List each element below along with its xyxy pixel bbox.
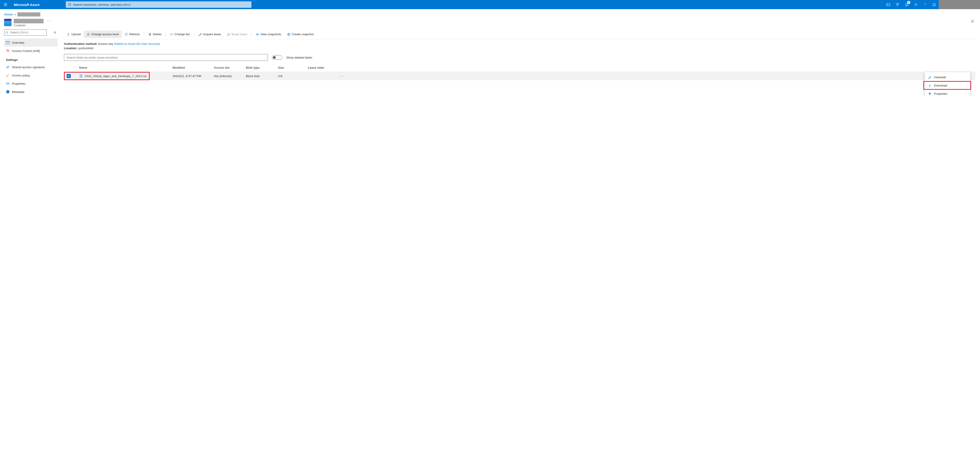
cell-blob-type: Block blob: [246, 74, 278, 78]
change-tier-button[interactable]: Change tier: [167, 31, 192, 38]
sidebar-item-sas[interactable]: Shared access signature: [4, 63, 57, 71]
svg-point-11: [6, 32, 8, 33]
container-icon: [4, 19, 11, 26]
help-icon: [923, 3, 927, 6]
sidebar-item-label: Shared access signature: [12, 65, 45, 69]
brand-label[interactable]: Microsoft Azure: [11, 3, 42, 6]
resource-header: Container ···: [0, 18, 980, 29]
top-bar: Microsoft Azure 4: [0, 0, 980, 9]
col-access-tier[interactable]: Access tier: [214, 66, 246, 69]
breadcrumb-current[interactable]: [18, 13, 40, 16]
svg-rect-25: [288, 33, 290, 35]
notification-badge: 4: [907, 1, 910, 4]
lease-icon: [199, 33, 202, 36]
gear-icon: [914, 3, 918, 6]
location-value: yuchunblob: [78, 46, 94, 50]
svg-point-8: [933, 3, 935, 6]
svg-rect-23: [88, 34, 89, 35]
global-search-wrap: [61, 2, 253, 8]
toolbar-separator: [165, 32, 166, 36]
sidebar-item-access-control[interactable]: Access Control (IAM): [4, 47, 57, 55]
hamburger-icon: [4, 3, 7, 6]
sidebar-item-label: Properties: [12, 82, 25, 86]
sidebar-item-access-policy[interactable]: Access policy: [4, 71, 57, 79]
svg-point-32: [929, 94, 930, 95]
context-menu-item-download[interactable]: Download: [925, 81, 970, 89]
global-search-input[interactable]: [66, 2, 251, 8]
context-menu-item-view-edit[interactable]: View/edit: [925, 73, 970, 81]
file-icon: [79, 74, 83, 78]
sidebar-item-label: Access policy: [12, 74, 30, 77]
collapse-sidebar-button[interactable]: [52, 30, 57, 35]
sidebar-item-overview[interactable]: Overview: [4, 38, 57, 47]
toolbar-separator: [144, 32, 144, 36]
chevron-right-icon: >: [14, 13, 16, 16]
col-size[interactable]: Size: [278, 66, 308, 69]
main-content: Upload Change access level Refresh Delet…: [59, 29, 980, 96]
col-modified[interactable]: Modified: [173, 66, 214, 69]
show-deleted-toggle[interactable]: [272, 55, 282, 60]
breadcrumb-home[interactable]: Home: [4, 13, 13, 16]
toolbar-separator: [194, 32, 194, 36]
location-label: Location:: [64, 46, 78, 50]
account-area[interactable]: [939, 0, 980, 9]
resource-more-button[interactable]: ···: [47, 19, 52, 23]
search-icon: [5, 31, 8, 34]
swap-icon: [170, 33, 173, 36]
col-name[interactable]: Name: [74, 66, 173, 69]
switch-auth-link[interactable]: (Switch to Azure AD User Account): [114, 42, 160, 46]
row-more-button[interactable]: ···: [340, 74, 349, 78]
blob-search-input[interactable]: [64, 54, 268, 61]
refresh-button[interactable]: Refresh: [122, 31, 143, 38]
create-snapshot-button[interactable]: Create snapshot: [285, 31, 316, 38]
table-row[interactable]: Citrix_Virtual_Apps_and_Desktops_7_2012.…: [64, 72, 975, 80]
cell-modified: 3/4/2021, 6:37:47 PM: [173, 74, 214, 78]
sidebar-item-metadata[interactable]: i Metadata: [4, 88, 57, 96]
sidebar-search-input[interactable]: [4, 29, 47, 36]
directories-button[interactable]: [893, 0, 902, 9]
notifications-button[interactable]: 4: [902, 0, 911, 9]
cell-access-tier: Hot (Inferred): [214, 74, 246, 78]
settings-button[interactable]: [911, 0, 920, 9]
upload-button[interactable]: Upload: [64, 31, 83, 38]
svg-point-31: [930, 93, 931, 94]
change-access-button[interactable]: Change access level: [84, 31, 121, 38]
svg-point-6: [915, 4, 916, 5]
view-snapshots-button[interactable]: View snapshots: [253, 31, 284, 38]
properties-icon: [6, 82, 10, 86]
menu-toggle-button[interactable]: [0, 0, 11, 9]
sidebar-item-label: Access Control (IAM): [12, 49, 40, 53]
terminal-icon: [886, 3, 890, 6]
delete-button[interactable]: Delete: [146, 31, 164, 38]
trash-icon: [148, 33, 151, 36]
svg-point-16: [8, 50, 9, 51]
check-icon: [67, 74, 70, 78]
refresh-icon: [125, 33, 128, 36]
auth-method-label: Authentication method:: [64, 42, 97, 46]
pencil-icon: [928, 75, 932, 79]
eye-icon: [256, 33, 259, 36]
sidebar-item-properties[interactable]: Properties: [4, 79, 57, 88]
context-menu-item-properties[interactable]: Properties: [925, 89, 970, 96]
context-menu-label: Download: [934, 84, 947, 87]
people-icon: [6, 49, 10, 53]
acquire-lease-button[interactable]: Acquire lease: [196, 31, 224, 38]
svg-point-30: [929, 93, 929, 93]
svg-rect-5: [887, 3, 890, 6]
feedback-button[interactable]: [929, 0, 939, 9]
chevron-double-left-icon: [53, 31, 57, 34]
cloud-shell-button[interactable]: [884, 0, 893, 9]
col-lease-state[interactable]: Lease state: [308, 66, 340, 69]
col-blob-type[interactable]: Blob type: [246, 66, 278, 69]
help-button[interactable]: [920, 0, 929, 9]
sidebar-item-label: Overview: [12, 41, 24, 44]
link-icon: [6, 65, 10, 69]
resource-title: [14, 19, 43, 23]
blob-search-row: Show deleted blobs: [64, 54, 975, 61]
svg-line-12: [7, 33, 8, 34]
row-checkbox[interactable]: [67, 74, 71, 78]
overview-icon: [6, 41, 10, 44]
sidebar-section-settings: Settings: [4, 55, 57, 63]
cell-name[interactable]: Citrix_Virtual_Apps_and_Desktops_7_2012.…: [74, 74, 173, 78]
close-blade-button[interactable]: [969, 19, 976, 24]
